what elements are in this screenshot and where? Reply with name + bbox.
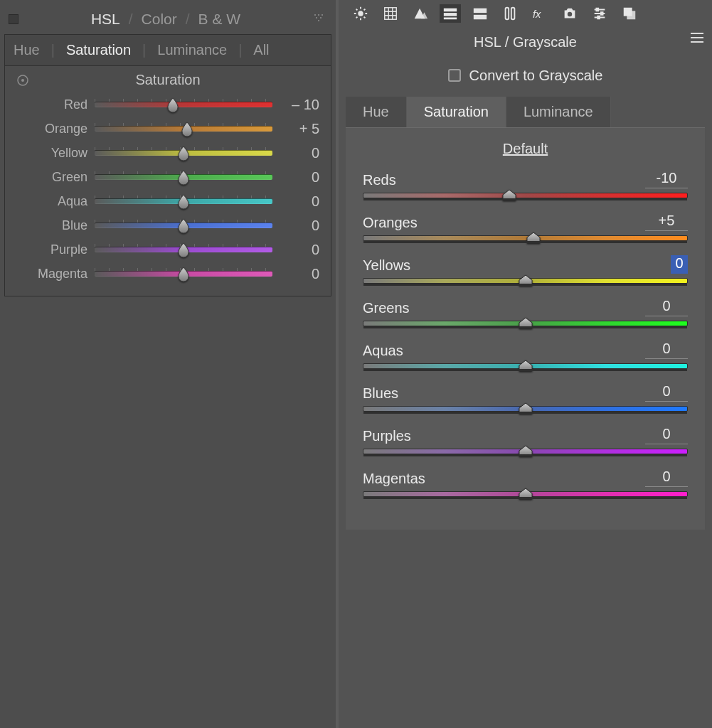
slider-value[interactable]: 0 — [645, 341, 688, 359]
slider-knob[interactable] — [177, 170, 190, 186]
svg-point-4 — [320, 17, 322, 18]
slider-row-magenta: Magenta 0 — [16, 262, 319, 286]
slider-track[interactable] — [363, 321, 688, 326]
separator: | — [238, 42, 242, 58]
slider-track[interactable] — [95, 126, 272, 132]
slider-knob[interactable] — [181, 122, 193, 137]
targeted-adjustment-icon[interactable] — [16, 74, 29, 87]
slider-row-purples: Purples 0 — [363, 426, 688, 454]
slider-track[interactable] — [363, 449, 688, 454]
tab-luminance[interactable]: Luminance — [506, 97, 611, 127]
slider-value[interactable]: -10 — [645, 170, 688, 188]
slider-track[interactable] — [363, 193, 688, 198]
slider-track[interactable] — [95, 271, 272, 277]
slider-value[interactable]: 0 — [280, 193, 319, 210]
svg-rect-10 — [444, 9, 457, 12]
slider-row-yellow: Yellow 0 — [16, 141, 319, 165]
svg-point-1 — [318, 14, 319, 16]
slider-track[interactable] — [95, 150, 272, 156]
curve-icon[interactable] — [380, 4, 401, 23]
slider-knob[interactable] — [177, 218, 190, 234]
tab-all[interactable]: All — [253, 42, 269, 58]
slider-track[interactable] — [95, 174, 272, 180]
mode-hsl[interactable]: HSL — [91, 11, 120, 28]
slider-value[interactable]: 0 — [280, 218, 319, 234]
svg-point-8 — [358, 11, 363, 16]
slider-label: Aqua — [16, 194, 87, 209]
slider-knob[interactable] — [166, 97, 179, 113]
slider-label: Blue — [16, 218, 87, 233]
header-mode-tabs: HSL / Color / B & W — [18, 11, 313, 28]
slider-knob[interactable] — [177, 194, 190, 210]
svg-point-5 — [318, 20, 319, 21]
subtab-bar: Hue | Saturation | Luminance | All — [4, 34, 331, 65]
slider-row-red: Red – 10 — [16, 92, 319, 117]
slider-label: Yellow — [16, 146, 87, 161]
slider-value[interactable]: 0 — [280, 169, 319, 186]
slider-value[interactable]: 0 — [645, 469, 688, 487]
slider-row-orange: Orange + 5 — [16, 117, 319, 141]
separator: | — [51, 42, 55, 58]
slider-value[interactable]: 0 — [645, 383, 688, 402]
panel-title-row: HSL / Grayscale — [346, 30, 705, 54]
default-link[interactable]: Default — [363, 141, 688, 157]
panel-menu-icon[interactable] — [689, 31, 705, 47]
tab-luminance[interactable]: Luminance — [157, 42, 227, 58]
slider-row-blue: Blue 0 — [16, 213, 319, 237]
grayscale-checkbox[interactable] — [448, 69, 461, 82]
tab-hue[interactable]: Hue — [346, 97, 407, 127]
slider-track[interactable] — [95, 223, 272, 228]
tool-iconbar: fx — [346, 3, 705, 30]
slider-knob[interactable] — [177, 146, 190, 161]
detail-icon[interactable] — [410, 4, 431, 23]
lens-icon[interactable] — [499, 4, 521, 23]
mode-color[interactable]: Color — [142, 11, 177, 28]
grayscale-row: Convert to Grayscale — [346, 58, 705, 92]
tab-saturation[interactable]: Saturation — [66, 42, 131, 58]
grayscale-label: Convert to Grayscale — [469, 68, 603, 84]
slider-label: Magenta — [16, 267, 87, 282]
slider-label: Orange — [16, 122, 87, 136]
slider-track[interactable] — [95, 102, 272, 107]
svg-rect-20 — [601, 12, 603, 15]
camera-icon[interactable] — [559, 4, 580, 23]
slider-value[interactable]: 0 — [645, 426, 688, 444]
slider-track[interactable] — [363, 235, 688, 241]
hsl-icon[interactable] — [440, 4, 461, 23]
slider-knob[interactable] — [177, 267, 190, 282]
slider-row-magentas: Magentas 0 — [363, 469, 688, 497]
slider-value[interactable]: +5 — [645, 213, 688, 231]
slider-value[interactable]: – 10 — [280, 97, 319, 113]
slider-track[interactable] — [363, 363, 688, 369]
panel-title: HSL / Grayscale — [474, 34, 577, 50]
sliders-icon[interactable] — [589, 4, 610, 23]
slider-row-yellows: Yellows 0 — [363, 255, 688, 284]
slider-value[interactable]: 0 — [280, 145, 319, 161]
lightroom-panel: HSL / Color / B & W Hue | Saturation | L… — [0, 0, 336, 728]
slider-row-oranges: Oranges +5 — [363, 213, 688, 241]
separator: | — [142, 42, 146, 58]
slider-track[interactable] — [95, 247, 272, 252]
slider-value[interactable]: + 5 — [280, 121, 319, 137]
slider-value[interactable]: 0 — [671, 255, 688, 274]
panel-menu-icon[interactable] — [313, 14, 324, 25]
presets-icon[interactable] — [619, 4, 640, 23]
svg-rect-23 — [627, 11, 635, 19]
slider-knob[interactable] — [177, 242, 190, 258]
slider-label: Greens — [363, 300, 410, 316]
slider-track[interactable] — [363, 491, 688, 497]
fx-icon[interactable]: fx — [529, 4, 551, 23]
mode-bw[interactable]: B & W — [198, 11, 241, 28]
tab-saturation[interactable]: Saturation — [407, 97, 506, 127]
panel-switch[interactable] — [9, 14, 18, 24]
slider-track[interactable] — [363, 278, 688, 284]
tab-hue[interactable]: Hue — [14, 42, 40, 58]
slider-value[interactable]: 0 — [645, 298, 688, 316]
split-tone-icon[interactable] — [469, 4, 491, 23]
slider-track[interactable] — [363, 406, 688, 412]
slider-value[interactable]: 0 — [280, 266, 319, 282]
separator: / — [186, 11, 190, 28]
basic-icon[interactable] — [350, 4, 371, 23]
slider-track[interactable] — [95, 198, 272, 204]
slider-value[interactable]: 0 — [280, 242, 319, 258]
